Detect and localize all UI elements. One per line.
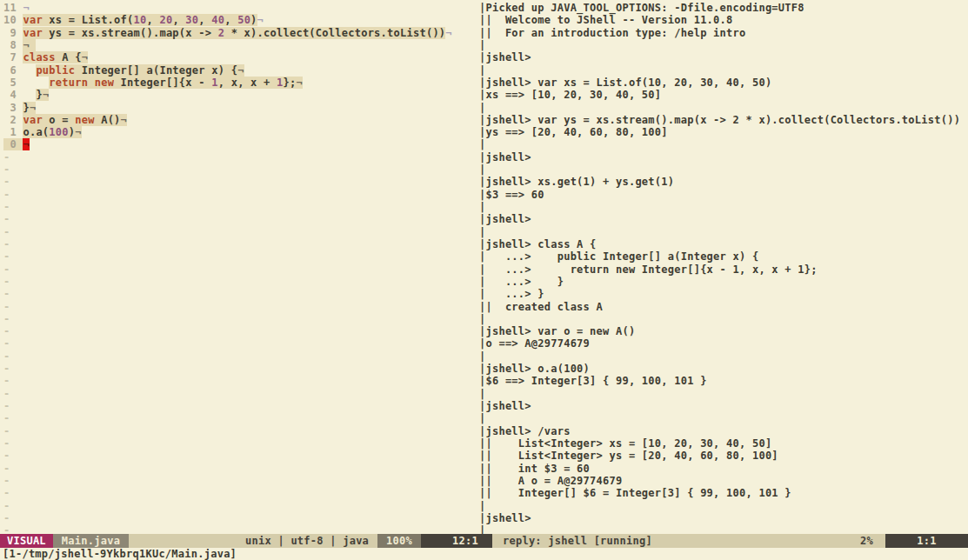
terminal-line: |$3 ==> 60 [479, 189, 544, 201]
empty-line-marker: - [3, 276, 10, 288]
terminal-line: || A o = A@29774679 [479, 475, 622, 487]
code-line: 5 return new Integer[]{x - 1, x, x + 1};… [3, 77, 303, 89]
terminal-line: | ...> public Integer[] a(Integer x) { [479, 250, 758, 263]
statusbar: VISUAL Main.java unix | utf-8 | java 100… [0, 534, 968, 548]
empty-line-marker: - [3, 163, 10, 176]
terminal-scroll-percent: 2% [860, 534, 873, 548]
empty-line-marker: - [3, 238, 10, 250]
terminal-line: | [479, 102, 485, 114]
terminal-position-badge: 1:1 [885, 534, 968, 548]
terminal-line: || Welcome to JShell -- Version 11.0.8 [479, 14, 733, 26]
empty-line-marker: - [3, 325, 10, 337]
empty-line-marker: - [3, 250, 10, 263]
scroll-percent-badge: 100% [377, 534, 421, 548]
empty-line-marker: - [3, 500, 10, 512]
statusline-separator-cell [484, 534, 492, 548]
terminal-line: |jshell> [479, 400, 531, 412]
terminal-line: | [479, 64, 485, 77]
terminal-line: |jshell> /vars [479, 425, 571, 437]
empty-line-marker: - [3, 301, 10, 313]
terminal-line: |jshell> o.a(100) [479, 363, 590, 375]
code-line: 0 ¬ [3, 138, 30, 150]
terminal-line: |jshell> [479, 512, 531, 524]
code-editor-pane[interactable]: 11 ¬ 10 var xs = List.of(10, 20, 30, 40,… [0, 0, 477, 534]
empty-line-marker: - [3, 512, 10, 524]
terminal-line: | [479, 500, 485, 512]
terminal-line: | ...> return new Integer[]{x - 1, x, x … [479, 263, 818, 276]
statusline-left: VISUAL Main.java unix | utf-8 | java 100… [0, 534, 484, 548]
empty-line-marker: - [3, 450, 10, 462]
terminal-line: |Picked up JAVA_TOOL_OPTIONS: -Dfile.enc… [479, 2, 804, 14]
terminal-line: | [479, 524, 485, 534]
empty-line-marker: - [3, 425, 10, 437]
statusline-right: reply: jshell [running] 2% 1:1 [484, 534, 968, 548]
empty-line-marker: - [3, 412, 10, 424]
file-info-segment: unix | utf-8 | java [245, 534, 377, 548]
terminal-line: |ys ==> [20, 40, 60, 80, 100] [479, 126, 668, 138]
code-line: 8 ¬ [3, 39, 36, 51]
empty-line-marker: - [3, 388, 10, 400]
empty-line-marker: - [3, 176, 10, 188]
terminal-line: | [479, 201, 485, 213]
code-line: 9 var ys = xs.stream().map(x -> 2 * x).c… [3, 27, 452, 39]
code-line: 7 class A {¬ [3, 51, 88, 63]
terminal-line: |jshell> [479, 213, 531, 225]
empty-line-marker: - [3, 487, 10, 499]
empty-line-marker: - [3, 350, 10, 363]
code-line: 11 ¬ [3, 2, 30, 14]
code-line: 4 }¬ [3, 89, 49, 101]
code-line: 3 }¬ [3, 102, 36, 114]
terminal-line: |jshell> [479, 151, 531, 163]
empty-line-marker: - [3, 375, 10, 387]
empty-line-marker: - [3, 463, 10, 475]
empty-line-marker: - [3, 400, 10, 412]
terminal-line: | [479, 313, 485, 325]
jshell-terminal-pane[interactable]: |Picked up JAVA_TOOL_OPTIONS: -Dfile.enc… [477, 0, 968, 534]
empty-line-marker: - [3, 189, 10, 201]
command-line[interactable]: [1-/tmp/jshell-9Ykbrq1KUc/Main.java] [0, 548, 968, 560]
cursor: ¬ [23, 138, 29, 150]
empty-line-marker: - [3, 151, 10, 163]
statusline-spacer [129, 534, 245, 548]
empty-line-marker: - [3, 288, 10, 300]
code-line: 1 o.a(100)¬ [3, 126, 82, 138]
mode-indicator: VISUAL [0, 534, 53, 548]
empty-line-marker: - [3, 337, 10, 350]
code-line: 2 var o = new A()¬ [3, 114, 127, 126]
terminal-line: |jshell> class A { [479, 238, 597, 250]
terminal-line: |$6 ==> Integer[3] { 99, 100, 101 } [479, 375, 707, 387]
empty-line-marker: - [3, 475, 10, 487]
terminal-line: || List<Integer> xs = [10, 20, 30, 40, 5… [479, 437, 771, 450]
terminal-line: || For an introduction type: /help intro [479, 27, 745, 39]
code-line: 6 public Integer[] a(Integer x) {¬ [3, 64, 244, 77]
vim-screen: 11 ¬ 10 var xs = List.of(10, 20, 30, 40,… [0, 0, 968, 560]
terminal-line: |jshell> var ys = xs.stream().map(x -> 2… [479, 114, 960, 126]
terminal-line: || Integer[] $6 = Integer[3] { 99, 100, … [479, 487, 791, 499]
empty-line-marker: - [3, 263, 10, 276]
empty-line-marker: - [3, 213, 10, 225]
terminal-line: | [479, 412, 485, 424]
filename-segment: Main.java [53, 534, 129, 548]
terminal-line: | [479, 163, 485, 176]
terminal-line: |jshell> [479, 51, 531, 63]
empty-line-marker: - [3, 524, 10, 534]
terminal-line: || int $3 = 60 [479, 463, 590, 475]
terminal-line: | [479, 350, 485, 363]
empty-line-marker: - [3, 313, 10, 325]
terminal-line: |jshell> var xs = List.of(10, 20, 30, 40… [479, 77, 771, 89]
terminal-line: | [479, 39, 485, 51]
statusline-spacer [652, 534, 860, 548]
terminal-line: |o ==> A@29774679 [479, 337, 590, 350]
terminal-line: |xs ==> [10, 20, 30, 40, 50] [479, 89, 661, 101]
empty-line-marker: - [3, 201, 10, 213]
cursor-position-badge: 12:1 [421, 534, 484, 548]
terminal-line: | [479, 226, 485, 238]
terminal-line: | [479, 388, 485, 400]
terminal-line: |jshell> xs.get(1) + ys.get(1) [479, 176, 674, 188]
terminal-line: |jshell> var o = new A() [479, 325, 635, 337]
terminal-line: | ...> } [479, 276, 564, 288]
empty-line-marker: - [3, 437, 10, 450]
terminal-line: || created class A [479, 301, 603, 313]
empty-line-marker: - [3, 363, 10, 375]
terminal-line: || List<Integer> ys = [20, 40, 60, 80, 1… [479, 450, 778, 462]
